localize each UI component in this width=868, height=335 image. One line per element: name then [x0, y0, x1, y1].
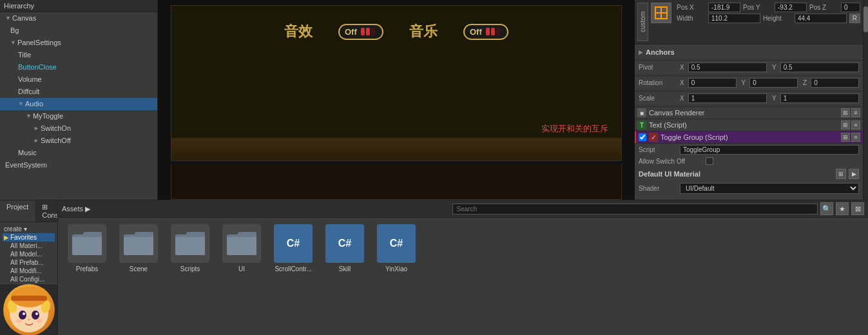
- component-toggle-group[interactable]: ✓ Toggle Group (Script) ⊞ ≡: [635, 131, 863, 144]
- hierarchy-label-bg: Bg: [10, 25, 19, 36]
- toggle-off-label-1: Off: [345, 27, 357, 37]
- inspector-scrollbar[interactable]: [863, 0, 868, 200]
- rotation-label: Rotation: [639, 79, 677, 86]
- hierarchy-label-eventsystem: EventSystem: [5, 160, 47, 171]
- toggle-row: 音效 Off 音乐: [171, 22, 621, 41]
- text-script-menu-btn[interactable]: ≡: [851, 120, 860, 129]
- hierarchy-item-mytoggle[interactable]: ▼ MyToggle: [0, 110, 157, 122]
- project-tree: create ▾ ▶ Favorites All Materi... All M…: [0, 222, 57, 286]
- width-label: Width: [677, 15, 706, 22]
- canvas-renderer-menu-btn[interactable]: ≡: [851, 108, 860, 117]
- bookmark-icon[interactable]: ★: [836, 202, 849, 215]
- anchor-box[interactable]: [651, 3, 671, 23]
- text-script-name: Text (Script): [649, 121, 838, 129]
- script-input[interactable]: [680, 145, 859, 155]
- rot-y-input[interactable]: [749, 78, 798, 88]
- hierarchy-item-canvas[interactable]: ▼ Canvas: [0, 12, 157, 24]
- pos-y-input[interactable]: [775, 3, 807, 12]
- allow-switch-off-row: Allow Switch Off: [635, 156, 863, 166]
- tree-all-prefabs[interactable]: All Prefab...: [3, 258, 55, 267]
- text-script-settings-btn[interactable]: ⊞: [841, 120, 850, 129]
- width-input[interactable]: [708, 14, 760, 23]
- scale-x-input[interactable]: [688, 93, 767, 103]
- r-button[interactable]: R: [849, 14, 860, 23]
- material-icon-1[interactable]: ⊞: [836, 169, 846, 179]
- hierarchy-item-title[interactable]: Title: [0, 49, 157, 61]
- anchors-header[interactable]: ▶ Anchors: [639, 46, 859, 58]
- height-input[interactable]: [795, 14, 847, 23]
- hierarchy-item-eventsystem[interactable]: EventSystem: [0, 159, 157, 171]
- pivot-y-label: Y: [772, 64, 776, 71]
- hierarchy-label-music: Music: [18, 148, 37, 158]
- pivot-y-input[interactable]: [780, 62, 859, 72]
- pivot-section: Pivot X Y: [635, 61, 863, 76]
- rot-z-input[interactable]: [811, 78, 859, 88]
- search-icon[interactable]: 🔍: [820, 202, 833, 215]
- svg-point-11: [36, 319, 43, 323]
- ui-folder-icon: [222, 224, 261, 263]
- hierarchy-item-volume[interactable]: Volume: [0, 73, 157, 86]
- component-text-script[interactable]: T Text (Script) ⊞ ≡: [635, 119, 863, 131]
- asset-scrollcontr[interactable]: C# ScrollContr...: [271, 224, 316, 329]
- scale-y-label: Y: [772, 95, 776, 102]
- asset-scene[interactable]: Scene: [116, 224, 161, 329]
- hierarchy-item-switchon[interactable]: ► SwitchOn: [0, 122, 157, 135]
- toggle-group-menu-btn[interactable]: ≡: [851, 133, 860, 142]
- scene-inner-panel: 音效 Off 音乐: [171, 5, 622, 161]
- scene-view[interactable]: 音效 Off 音乐: [158, 0, 635, 200]
- scripts-label: Scripts: [180, 265, 200, 273]
- tree-favorites[interactable]: ▶ Favorites: [3, 233, 55, 242]
- hierarchy-item-buttonclose[interactable]: ButtonClose: [0, 61, 157, 73]
- lock-icon[interactable]: ⊠: [851, 202, 864, 215]
- hierarchy-item-switchoff[interactable]: ► SwitchOff: [0, 135, 157, 147]
- pos-x-label: Pos X: [677, 4, 706, 11]
- asset-yinxiao[interactable]: C# YinXiao: [374, 224, 419, 329]
- anchor-widget[interactable]: [651, 3, 671, 23]
- hierarchy-item-bg[interactable]: Bg: [0, 24, 157, 37]
- text-script-icon: T: [637, 120, 646, 129]
- hierarchy-item-panelsettings[interactable]: ▼ PanelSettings: [0, 37, 157, 49]
- pos-z-input[interactable]: [841, 3, 860, 12]
- asset-skill[interactable]: C# Skill: [322, 224, 367, 329]
- hierarchy-label-canvas: Canvas: [12, 13, 36, 24]
- canvas-renderer-icon: ■: [637, 108, 646, 117]
- pos-x-input[interactable]: [708, 3, 740, 12]
- scale-y-input[interactable]: [780, 93, 859, 103]
- toggle-indicator-1: [361, 28, 375, 35]
- bullet-switchon: ►: [34, 123, 39, 134]
- scripts-folder-icon: [171, 224, 209, 263]
- hierarchy-item-music[interactable]: Music: [0, 147, 157, 159]
- asset-scripts[interactable]: Scripts: [168, 224, 213, 329]
- rot-x-input[interactable]: [688, 78, 737, 88]
- hierarchy-label-panelsettings: PanelSettings: [17, 37, 61, 48]
- tree-all-configs[interactable]: All Configi...: [3, 275, 55, 283]
- toggle-bar-2b: [491, 28, 495, 35]
- tab-project[interactable]: Project: [0, 200, 35, 222]
- tree-all-modified[interactable]: All Modifi...: [3, 267, 55, 275]
- scene-bottom-bar: [171, 164, 622, 200]
- component-canvas-renderer[interactable]: ■ Canvas Renderer ⊞ ≡: [635, 107, 863, 119]
- pivot-x-input[interactable]: [688, 62, 767, 72]
- toggle-group-checkbox[interactable]: [639, 133, 646, 141]
- asset-ui[interactable]: UI: [219, 224, 264, 329]
- material-icon-2[interactable]: ▶: [849, 169, 859, 179]
- search-input[interactable]: [452, 204, 818, 215]
- tree-all-materials[interactable]: All Materi...: [3, 242, 55, 250]
- tree-all-models[interactable]: All Model...: [3, 250, 55, 258]
- scene-hint: 实现开和关的互斥: [541, 123, 608, 135]
- inspector-scrollbar-thumb[interactable]: [863, 6, 868, 32]
- allow-switch-off-checkbox[interactable]: [706, 157, 713, 165]
- canvas-renderer-settings-btn[interactable]: ⊞: [841, 108, 850, 117]
- create-button[interactable]: create ▾: [3, 225, 55, 233]
- hierarchy-item-diffcult[interactable]: Diffcult: [0, 86, 157, 98]
- hierarchy-item-audio[interactable]: ▼ Audio: [0, 98, 157, 110]
- assets-label[interactable]: Assets: [62, 205, 83, 213]
- svg-point-10: [15, 319, 22, 323]
- toggle-btn-1[interactable]: Off: [338, 24, 383, 40]
- toggle-group-settings-btn[interactable]: ⊞: [841, 133, 850, 142]
- shader-select[interactable]: UI/Default: [680, 183, 859, 194]
- tab-console[interactable]: ⊞ Console: [35, 200, 58, 222]
- toggle-btn-2[interactable]: Off: [463, 24, 508, 40]
- asset-prefabs[interactable]: Prefabs: [64, 224, 110, 329]
- default-material-row: Default UI Material ⊞ ▶: [635, 166, 863, 182]
